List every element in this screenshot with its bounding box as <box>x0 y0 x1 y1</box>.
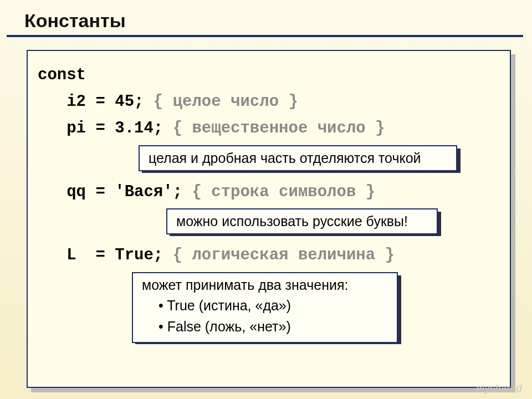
comment-bool: { логическая величина } <box>173 246 395 264</box>
callout-float-text: целая и дробная часть отделяются точкой <box>149 150 421 166</box>
code-keyword: const <box>38 62 500 89</box>
callout-string-note: можно использовать русские буквы! <box>166 208 438 234</box>
comment-float: { вещественное число } <box>173 119 385 137</box>
code-line-float: pi = 3.14; { вещественное число } <box>38 115 500 142</box>
callout-bool-true: True (истина, «да») <box>142 295 388 316</box>
callout-bool-head: может принимать два значения: <box>142 277 388 293</box>
page-title: Константы <box>0 0 532 35</box>
code-bool: L = True; <box>38 246 173 264</box>
watermark: myshared <box>476 383 522 395</box>
code-string: qq = 'Вася'; <box>38 183 192 201</box>
callout-float-note: целая и дробная часть отделяются точкой <box>139 145 457 171</box>
callout-bool-note: может принимать два значения: True (исти… <box>132 272 398 343</box>
comment-int: { целое число } <box>154 93 298 111</box>
callout-bool-false: False (ложь, «нет») <box>142 316 388 337</box>
comment-string: { строка символов } <box>192 183 375 201</box>
code-line-string: qq = 'Вася'; { строка символов } <box>38 179 500 206</box>
code-line-int: i2 = 45; { целое число } <box>38 89 500 115</box>
code-line-bool: L = True; { логическая величина } <box>38 242 500 269</box>
code-int: i2 = 45; <box>38 93 154 111</box>
code-box: const i2 = 45; { целое число } pi = 3.14… <box>27 50 511 388</box>
title-underline <box>7 35 523 37</box>
callout-string-text: можно использовать русские буквы! <box>176 213 408 229</box>
code-float: pi = 3.14; <box>38 119 173 137</box>
